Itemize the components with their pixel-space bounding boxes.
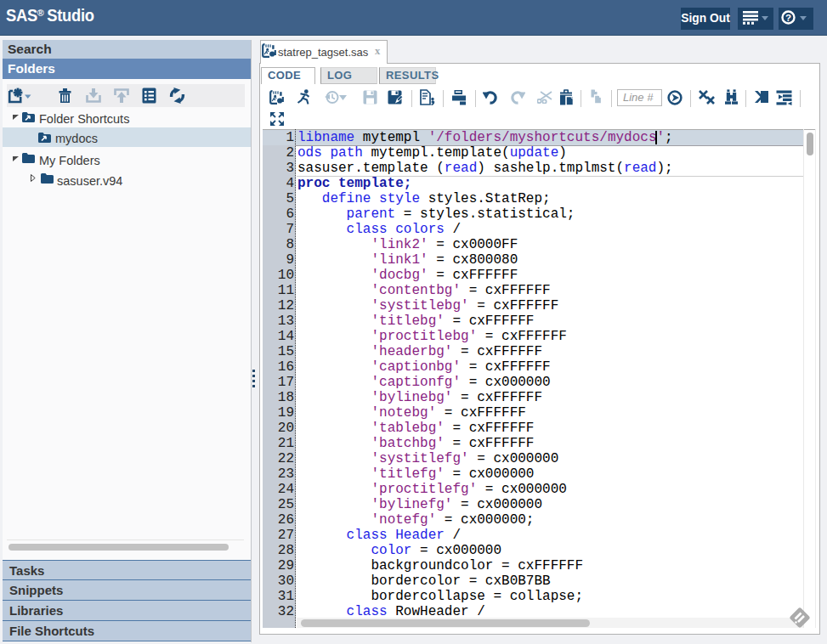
svg-text:?: ? (785, 13, 791, 23)
